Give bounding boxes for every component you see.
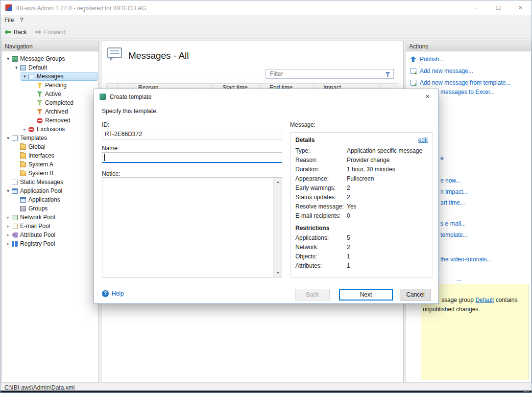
tree-item-exclusions[interactable]: ▸Exclusions (2, 125, 98, 134)
dialog-close-button[interactable]: × (416, 89, 438, 104)
tree-item-global[interactable]: Global (2, 142, 98, 151)
default-group-link[interactable]: Default (475, 297, 494, 303)
filter-input[interactable] (266, 69, 383, 78)
cancel-button[interactable]: Cancel (400, 289, 431, 301)
tree-item-templates[interactable]: ▾Templates (2, 134, 98, 142)
navigation-header: Navigation (2, 41, 98, 51)
close-button[interactable]: × (509, 0, 532, 15)
tree-collapsed-arrow-icon[interactable]: ▸ (21, 127, 28, 132)
back-label: Back (14, 29, 27, 36)
archived-icon (37, 109, 43, 115)
minimize-button[interactable]: – (465, 0, 487, 15)
tree-item-label: Archived (45, 108, 68, 115)
tree-item-groups[interactable]: Groups (2, 204, 98, 213)
tree-item-active[interactable]: Active (2, 90, 98, 98)
tree-item-messages[interactable]: ▾Messages (2, 72, 98, 81)
action-link-fragment[interactable]: the video-tutorials... (440, 256, 492, 263)
tree-item-label: Pending (45, 82, 67, 89)
action-add-new-message-from-template[interactable]: Add new message from template... (406, 77, 531, 89)
tree-item-static-messages[interactable]: Static Messages (2, 178, 98, 186)
tree-item-completed[interactable]: Completed (2, 98, 98, 107)
scroll-down-icon[interactable]: ▼ (274, 269, 282, 277)
back-dialog-button[interactable]: Back (295, 289, 330, 301)
template-id-input[interactable] (102, 129, 282, 139)
tree-item-pending[interactable]: Pending (2, 81, 98, 90)
detail-row-applications: Applications:5 (295, 233, 428, 243)
text-caret (104, 154, 105, 161)
tree-item-default[interactable]: ▾Default (2, 63, 98, 72)
tree-item-archived[interactable]: Archived (2, 107, 98, 116)
tree-expanded-arrow-icon[interactable]: ▾ (4, 188, 12, 193)
tree-collapsed-arrow-icon[interactable]: ▸ (4, 232, 12, 237)
detail-label: Applications: (295, 233, 347, 243)
action-link-fragment[interactable]: s e-mail... (440, 220, 466, 227)
tree-item-network-pool[interactable]: ▸Network Pool (2, 213, 98, 222)
tree-expanded-arrow-icon[interactable]: ▾ (21, 74, 28, 79)
tree-expanded-arrow-icon[interactable]: ▾ (4, 56, 12, 61)
tree-item-label: Messages (37, 73, 64, 80)
filter-box (266, 69, 394, 79)
tree-expanded-arrow-icon[interactable]: ▾ (13, 65, 20, 70)
messages-icon (28, 74, 34, 79)
tree-item-interfaces[interactable]: Interfaces (2, 151, 98, 160)
window-controls: – □ × (465, 0, 532, 15)
tree-collapsed-arrow-icon[interactable]: ▸ (4, 241, 12, 246)
scroll-up-icon[interactable]: ▲ (274, 178, 282, 186)
detail-label: Appearance: (295, 174, 347, 184)
tree-item-removed[interactable]: Removed (2, 116, 98, 125)
tree-item-label: Applications (28, 196, 60, 203)
action-add-new-message[interactable]: Add new message... (406, 65, 531, 77)
menu-file[interactable]: File (4, 15, 18, 26)
detail-label: Resolve message: (295, 202, 347, 211)
publish-icon (410, 56, 416, 62)
tree-item-e-mail-pool[interactable]: ▸E-mail Pool (2, 222, 98, 231)
edit-link[interactable]: edit (418, 137, 428, 143)
action-link-fragment[interactable]: e now... (440, 177, 460, 184)
removed-icon (37, 118, 43, 123)
notice-scrollbar[interactable]: ▲ ▼ (273, 178, 282, 277)
folder-icon (20, 153, 26, 159)
menubar: File ? (0, 15, 532, 26)
exclusions-icon (28, 127, 34, 132)
details-header: Details (295, 137, 314, 143)
resize-grip-icon[interactable] (528, 391, 529, 392)
tree-item-registry-pool[interactable]: ▸Registry Pool (2, 239, 98, 248)
action-link-fragment[interactable]: art time... (440, 199, 465, 206)
attribute-pool-icon (12, 232, 18, 238)
back-button[interactable]: Back (4, 29, 27, 36)
tree-expanded-arrow-icon[interactable]: ▾ (4, 136, 12, 140)
filter-funnel-icon[interactable] (385, 72, 390, 77)
tree-item-system-b[interactable]: System B (2, 169, 98, 178)
details-rows: Type:Application specific messageReason:… (295, 146, 428, 221)
template-notice-textarea[interactable]: ▲ ▼ (102, 177, 282, 277)
maximize-button[interactable]: □ (487, 0, 509, 15)
action-link-fragment[interactable]: e (440, 155, 444, 162)
tree-collapsed-arrow-icon[interactable]: ▸ (4, 224, 12, 229)
action-link-fragment[interactable]: template... (440, 231, 468, 238)
tree-item-label: Groups (28, 205, 48, 212)
tree-collapsed-arrow-icon[interactable]: ▸ (4, 215, 12, 220)
forward-button[interactable]: Forward (35, 29, 66, 36)
detail-label: Duration: (295, 165, 347, 174)
static-messages-icon (12, 180, 18, 185)
tree-item-label: Global (28, 143, 46, 150)
action-link-fragment[interactable]: n Impact... (440, 188, 468, 195)
next-button[interactable]: Next (339, 289, 393, 301)
action-link-fragment[interactable]: messages to Excel... (440, 89, 495, 95)
action-link-fragment[interactable]: ... (457, 276, 461, 282)
tree-item-system-a[interactable]: System A (2, 160, 98, 169)
help-button[interactable]: Help (102, 290, 124, 297)
detail-row-objects: Objects:1 (295, 252, 428, 261)
tree-item-message-groups[interactable]: ▾Message Groups (2, 54, 98, 63)
detail-value: 2 (347, 193, 350, 202)
template-name-input[interactable] (102, 152, 282, 163)
restrictions-header: Restrictions (295, 225, 428, 231)
action-publish[interactable]: Publish... (406, 53, 531, 65)
menu-help[interactable]: ? (20, 15, 28, 26)
tree-item-application-pool[interactable]: ▾Application Pool (2, 186, 98, 195)
registry-pool-icon (12, 241, 18, 247)
detail-label: E-mail recipients: (295, 211, 347, 221)
tree-item-applications[interactable]: Applications (2, 195, 98, 204)
tree-item-attribute-pool[interactable]: ▸Attribute Pool (2, 231, 98, 239)
action-link-label: Add new message from template... (420, 79, 510, 86)
